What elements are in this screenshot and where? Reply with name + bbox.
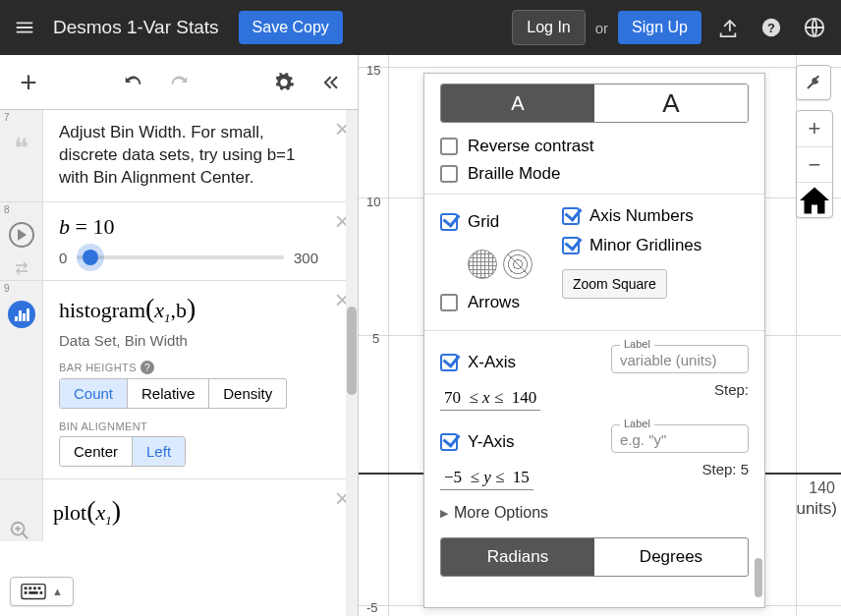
axis-numbers-label: Axis Numbers (589, 206, 694, 226)
zoom-fit-icon[interactable] (9, 520, 34, 545)
expression-math[interactable]: plot(x1) (53, 495, 318, 529)
zoom-out-button[interactable]: − (797, 146, 832, 182)
x-tick-140: 140 (809, 479, 835, 497)
grid-cartesian-icon[interactable] (468, 250, 497, 279)
svg-rect-7 (33, 587, 36, 589)
svg-text:?: ? (767, 21, 775, 35)
y-step-label[interactable]: Step: 5 (611, 461, 749, 477)
zoom-in-button[interactable]: + (797, 111, 832, 146)
bin-alignment-left[interactable]: Left (133, 437, 185, 466)
histogram-icon[interactable] (8, 301, 35, 328)
y-tick-15: 15 (366, 63, 380, 78)
play-slider-icon[interactable] (9, 222, 34, 248)
grid-polar-icon[interactable] (503, 250, 533, 279)
slider-min[interactable]: 0 (59, 250, 67, 266)
expression-toolbar: + (0, 55, 358, 110)
add-expression-button[interactable]: + (6, 60, 51, 105)
slider[interactable]: 0 300 (59, 250, 318, 266)
arrows-label: Arrows (468, 293, 520, 312)
home-button[interactable] (797, 182, 832, 217)
svg-rect-8 (38, 587, 41, 589)
app-title: Desmos 1-Var Stats (53, 17, 219, 38)
bin-alignment-segment: Center Left (59, 436, 186, 467)
row-gutter: 8 (0, 202, 43, 280)
graph-tools: + − (796, 65, 833, 218)
bin-alignment-center[interactable]: Center (60, 437, 133, 466)
menu-icon[interactable] (10, 13, 39, 42)
globe-icon[interactable] (798, 11, 831, 44)
signup-button[interactable]: Sign Up (618, 11, 701, 44)
slider-thumb[interactable] (83, 250, 98, 265)
font-small[interactable]: A (441, 84, 594, 122)
or-label: or (595, 20, 608, 36)
expression-row-9[interactable]: 9 × histogram(x1,b) Data Set, Bin Width … (0, 281, 358, 479)
y-tick-m5: -5 (366, 600, 378, 615)
arrows-checkbox[interactable] (440, 294, 458, 311)
row-gutter: 7 ❝ (0, 110, 43, 201)
y-axis-label: Y-Axis (468, 432, 515, 452)
x-label-input[interactable]: Labelvariable (units) (611, 345, 749, 373)
zoom-square-button[interactable]: Zoom Square (562, 269, 667, 299)
slider-track[interactable] (77, 255, 284, 259)
y-tick-10: 10 (366, 195, 380, 209)
expression-sublabel: Data Set, Bin Width (59, 332, 318, 349)
bar-heights-relative[interactable]: Relative (128, 379, 209, 408)
settings-gear-icon[interactable] (261, 60, 307, 105)
expression-row-7[interactable]: 7 ❝ × Adjust Bin Width. For small, discr… (0, 110, 358, 202)
axis-numbers-checkbox[interactable] (562, 207, 580, 225)
bar-heights-density[interactable]: Density (209, 379, 286, 408)
braille-mode-label: Braille Mode (468, 164, 561, 184)
share-icon[interactable] (711, 11, 745, 44)
expression-panel: + 7 ❝ × Adjust Bin Width. For small, dis… (0, 55, 359, 616)
angle-mode-segment: Radians Degrees (440, 537, 749, 577)
expression-row-8[interactable]: 8 × b = 10 0 300 (0, 202, 358, 281)
svg-rect-11 (40, 591, 43, 594)
font-large[interactable]: A (594, 84, 748, 122)
y-tick-5: 5 (372, 331, 379, 346)
expression-scrollbar[interactable] (346, 110, 358, 616)
expression-math[interactable]: histogram(x1,b) (59, 293, 318, 326)
keyboard-button[interactable]: ▲ (10, 577, 74, 606)
bar-heights-count[interactable]: Count (60, 379, 128, 408)
x-step-label[interactable]: Step: (611, 381, 749, 398)
svg-rect-5 (25, 587, 28, 589)
bar-heights-segment: Count Relative Density (59, 378, 287, 409)
radians-button[interactable]: Radians (441, 538, 594, 576)
expression-row-10[interactable]: × plot(x1) (0, 479, 358, 540)
reverse-contrast-label: Reverse contrast (468, 137, 594, 156)
minor-gridlines-checkbox[interactable] (562, 237, 580, 254)
help-tip-icon[interactable]: ? (140, 361, 154, 374)
svg-rect-10 (28, 591, 37, 594)
svg-rect-9 (25, 591, 28, 594)
note-icon: ❝ (14, 132, 28, 164)
row-gutter: 9 (0, 281, 43, 478)
x-range-input[interactable]: 70 ≤ x ≤ 140 (440, 386, 540, 411)
grid-label: Grid (468, 212, 499, 232)
collapse-panel-icon[interactable] (307, 60, 352, 105)
login-button[interactable]: Log In (512, 10, 585, 45)
note-text[interactable]: Adjust Bin Width. For small, discrete da… (59, 122, 318, 190)
slider-max[interactable]: 300 (294, 250, 318, 266)
font-size-segment: A A (440, 84, 749, 123)
expression-math[interactable]: b = 10 (59, 214, 318, 240)
bar-heights-label: BAR HEIGHTS ? (59, 361, 318, 374)
grid-checkbox[interactable] (440, 213, 458, 231)
slider-mode-icon[interactable] (13, 259, 30, 280)
wrench-icon[interactable] (796, 65, 831, 100)
more-options-toggle[interactable]: More Options (440, 504, 749, 522)
reverse-contrast-checkbox[interactable] (440, 138, 458, 155)
minor-gridlines-label: Minor Gridlines (589, 236, 701, 255)
y-label-input[interactable]: Labele.g. "y" (611, 424, 749, 453)
y-range-input[interactable]: −5 ≤ y ≤ 15 (440, 466, 533, 490)
degrees-button[interactable]: Degrees (594, 538, 748, 576)
settings-scrollbar[interactable] (755, 84, 762, 597)
undo-button[interactable] (111, 60, 156, 105)
save-copy-button[interactable]: Save Copy (239, 11, 343, 44)
y-axis-checkbox[interactable] (440, 433, 458, 451)
redo-button[interactable] (156, 60, 201, 105)
braille-mode-checkbox[interactable] (440, 165, 458, 183)
x-axis-label: X-Axis (468, 353, 516, 372)
axis-units: units) (796, 499, 837, 519)
x-axis-checkbox[interactable] (440, 354, 458, 371)
help-icon[interactable]: ? (755, 11, 788, 44)
